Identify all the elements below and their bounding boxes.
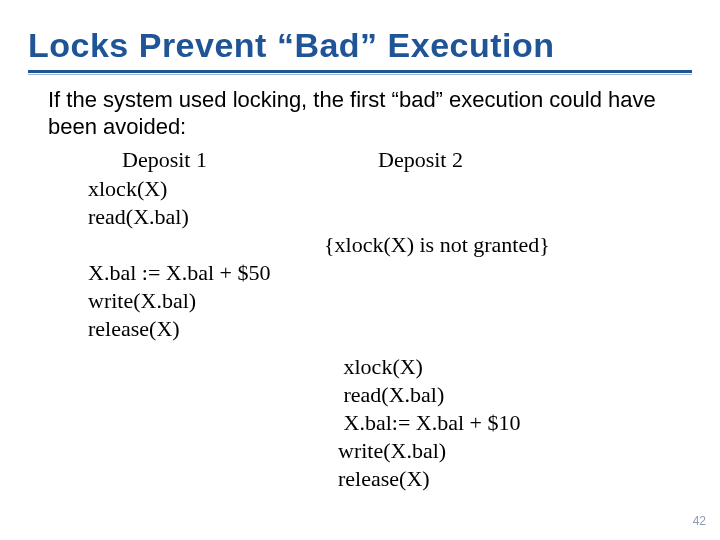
- deposit-2-block: xlock(X) read(X.bal) X.bal:= X.bal + $10…: [338, 353, 658, 494]
- slide: Locks Prevent “Bad” Execution If the sys…: [0, 0, 720, 540]
- page-number: 42: [693, 514, 706, 528]
- column-deposit-1: Deposit 1 xlock(X) read(X.bal) X.bal := …: [88, 147, 338, 494]
- slide-title: Locks Prevent “Bad” Execution: [28, 28, 692, 64]
- columns: Deposit 1 xlock(X) read(X.bal) X.bal := …: [88, 147, 692, 494]
- title-underline: [28, 70, 692, 76]
- deposit-1-block-2: X.bal := X.bal + $50 write(X.bal) releas…: [88, 259, 338, 343]
- column-deposit-2: Deposit 2 {xlock(X) is not granted} xloc…: [338, 147, 658, 494]
- lock-not-granted-note: {xlock(X) is not granted}: [324, 231, 658, 259]
- intro-text: If the system used locking, the first “b…: [48, 86, 668, 141]
- deposit-1-block-1: xlock(X) read(X.bal): [88, 175, 338, 231]
- deposit-1-heading: Deposit 1: [122, 147, 338, 173]
- deposit-2-heading: Deposit 2: [378, 147, 658, 173]
